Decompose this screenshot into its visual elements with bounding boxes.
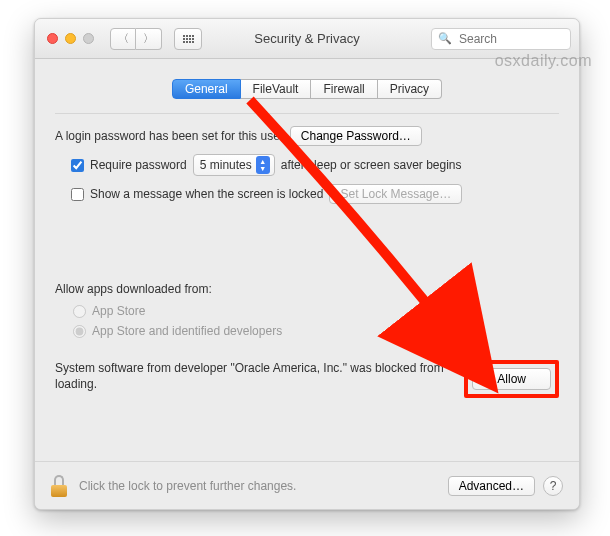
preferences-window: 〈 〉 Security & Privacy 🔍 General FileVau… <box>34 18 580 510</box>
require-password-checkbox[interactable] <box>71 159 84 172</box>
after-sleep-text: after sleep or screen saver begins <box>281 158 462 172</box>
tab-filevault[interactable]: FileVault <box>241 79 312 99</box>
require-password-delay-select[interactable]: 5 minutes ▲▼ <box>193 154 275 176</box>
lock-hint-text: Click the lock to prevent further change… <box>79 479 296 493</box>
login-password-set-text: A login password has been set for this u… <box>55 129 284 143</box>
help-button[interactable]: ? <box>543 476 563 496</box>
general-panel: A login password has been set for this u… <box>55 113 559 398</box>
blocked-software-row: System software from developer "Oracle A… <box>55 360 559 398</box>
show-message-label: Show a message when the screen is locked <box>90 187 323 201</box>
content-area: General FileVault Firewall Privacy A log… <box>35 59 579 398</box>
stepper-icon: ▲▼ <box>256 156 270 174</box>
allow-button-highlight: Allow <box>464 360 559 398</box>
show-message-checkbox[interactable] <box>71 188 84 201</box>
window-title: Security & Privacy <box>35 31 579 46</box>
radio-app-store-label: App Store <box>92 304 145 318</box>
tab-bar: General FileVault Firewall Privacy <box>55 79 559 99</box>
allow-apps-heading: Allow apps downloaded from: <box>55 282 559 296</box>
allow-apps-radios: App Store App Store and identified devel… <box>55 304 559 338</box>
radio-app-store <box>73 305 86 318</box>
allow-button[interactable]: Allow <box>472 368 551 390</box>
require-password-delay-value: 5 minutes <box>200 158 252 172</box>
watermark-text: osxdaily.com <box>495 52 592 70</box>
radio-identified-developers <box>73 325 86 338</box>
blocked-software-text: System software from developer "Oracle A… <box>55 360 454 392</box>
require-password-label: Require password <box>90 158 187 172</box>
tab-general[interactable]: General <box>172 79 241 99</box>
lock-icon[interactable] <box>51 475 69 497</box>
tab-firewall[interactable]: Firewall <box>311 79 377 99</box>
tab-privacy[interactable]: Privacy <box>378 79 442 99</box>
change-password-button[interactable]: Change Password… <box>290 126 422 146</box>
set-lock-message-button: Set Lock Message… <box>329 184 462 204</box>
advanced-button[interactable]: Advanced… <box>448 476 535 496</box>
footer-bar: Click the lock to prevent further change… <box>35 461 579 509</box>
radio-identified-developers-label: App Store and identified developers <box>92 324 282 338</box>
